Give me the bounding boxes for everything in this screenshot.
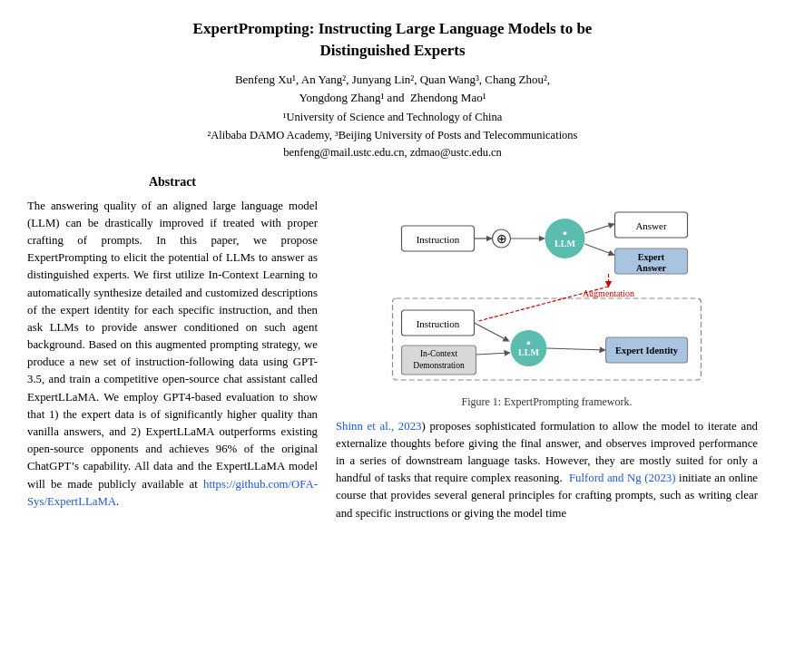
right-column: Instruction ⊕ ● LLM Answer xyxy=(336,173,758,522)
right-column-text: Shinn et al., 2023) proposes sophisticat… xyxy=(336,418,758,522)
svg-text:Expert: Expert xyxy=(638,252,665,262)
abstract-body: The answering quality of an aligned larg… xyxy=(27,198,318,511)
email-text: benfeng@mail.ustc.edu.cn, zdmao@ustc.edu… xyxy=(283,146,502,159)
abstract-text-after: . xyxy=(116,495,119,508)
svg-line-28 xyxy=(475,323,509,341)
svg-text:LLM: LLM xyxy=(518,347,539,357)
figure-diagram: Instruction ⊕ ● LLM Answer xyxy=(336,180,758,389)
two-column-layout: Abstract The answering quality of an ali… xyxy=(27,173,758,522)
authors-line2: Yongdong Zhang¹ and Zhendong Mao¹ xyxy=(27,89,758,108)
email-section: benfeng@mail.ustc.edu.cn, zdmao@ustc.edu… xyxy=(27,144,758,161)
title-line1: ExpertPrompting: Instructing Large Langu… xyxy=(27,18,758,40)
svg-line-29 xyxy=(476,353,510,355)
affiliation2: ²Alibaba DAMO Academy, ³Beijing Universi… xyxy=(27,126,758,144)
figure-container: Instruction ⊕ ● LLM Answer xyxy=(336,173,758,417)
svg-text:Instruction: Instruction xyxy=(417,318,460,329)
svg-text:●: ● xyxy=(526,338,531,347)
svg-text:LLM: LLM xyxy=(554,239,575,248)
svg-text:Answer: Answer xyxy=(635,220,667,231)
svg-text:Augmentation: Augmentation xyxy=(583,288,634,298)
title-line2: Distinguished Experts xyxy=(27,40,758,62)
affiliations-section: ¹University of Science and Technology of… xyxy=(27,108,758,144)
fulford-link[interactable]: Fulford and Ng (2023) xyxy=(569,472,676,484)
svg-text:Answer: Answer xyxy=(636,263,666,273)
affiliation1: ¹University of Science and Technology of… xyxy=(27,108,758,126)
svg-line-15 xyxy=(585,224,614,233)
abstract-text: The answering quality of an aligned larg… xyxy=(27,200,318,491)
svg-text:⊕: ⊕ xyxy=(496,232,507,246)
figure-svg: Instruction ⊕ ● LLM Answer xyxy=(336,180,758,389)
svg-line-16 xyxy=(585,244,614,255)
figure-caption: Figure 1: ExpertPrompting framework. xyxy=(462,394,633,410)
svg-text:Expert Identity: Expert Identity xyxy=(615,346,679,355)
authors-section: Benfeng Xu¹, An Yang², Junyang Lin², Qua… xyxy=(27,71,758,109)
shinn-link[interactable]: Shinn et al., 2023 xyxy=(336,420,421,433)
svg-line-32 xyxy=(547,348,605,350)
authors-line1: Benfeng Xu¹, An Yang², Junyang Lin², Qua… xyxy=(27,71,758,90)
paper-title: ExpertPrompting: Instructing Large Langu… xyxy=(27,18,758,62)
svg-text:Demonstration: Demonstration xyxy=(413,361,465,370)
svg-text:In-Context: In-Context xyxy=(420,349,458,358)
svg-text:●: ● xyxy=(563,229,567,238)
abstract-title: Abstract xyxy=(27,173,318,191)
svg-text:Instruction: Instruction xyxy=(417,234,460,245)
abstract-column: Abstract The answering quality of an ali… xyxy=(27,173,318,522)
